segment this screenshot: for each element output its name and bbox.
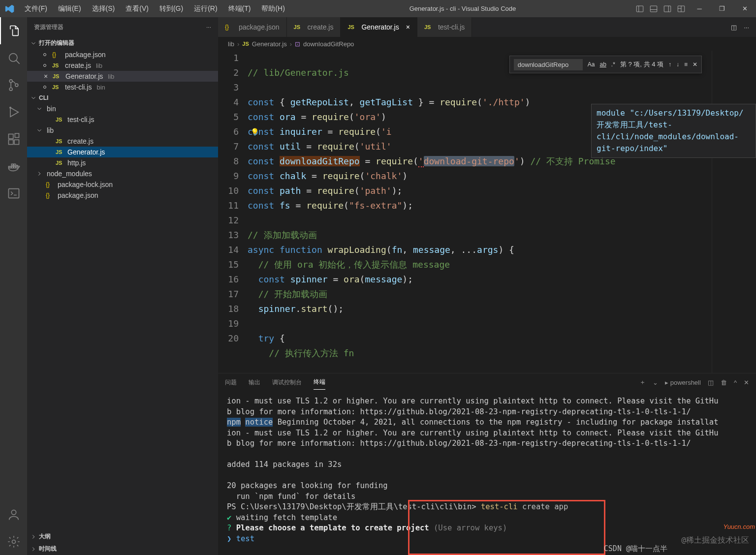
code-content[interactable]: 💡// lib/Generator.js const { getRepoList… <box>248 51 712 373</box>
match-case-icon[interactable]: Aa <box>588 61 595 68</box>
svg-rect-0 <box>636 6 643 12</box>
editor-tabs: {}package.jsonJScreate.jsJSGenerator.js×… <box>218 17 756 37</box>
find-input[interactable] <box>514 59 583 70</box>
tree-item[interactable]: JShttp.js <box>27 157 218 168</box>
close-panel-icon[interactable]: ✕ <box>744 379 749 386</box>
lightbulb-icon[interactable]: 💡 <box>251 124 259 139</box>
editor-tab[interactable]: JScreate.js <box>287 17 341 37</box>
svg-rect-16 <box>8 140 13 144</box>
minimap[interactable] <box>712 51 756 373</box>
sidebar: 资源管理器 ··· 打开的编辑器 {}package.jsonJScreate.… <box>27 17 218 555</box>
open-editor-item[interactable]: {}package.json <box>27 49 218 60</box>
svg-rect-4 <box>664 6 671 12</box>
chevron-down-icon <box>30 40 37 47</box>
tree-item[interactable]: {}package.json <box>27 190 218 201</box>
extensions-tab[interactable] <box>0 125 27 153</box>
editor-tab[interactable]: {}package.json <box>218 17 287 37</box>
whole-word-icon[interactable]: ab <box>599 61 606 68</box>
timeline-header[interactable]: 时间线 <box>27 543 218 555</box>
svg-point-9 <box>9 53 17 61</box>
panel-tab-problems[interactable]: 问题 <box>225 375 237 390</box>
menu-selection[interactable]: 选择(S) <box>87 1 120 16</box>
tree-item[interactable]: JScreate.js <box>27 136 218 147</box>
terminal-output[interactable]: ion - must use TLS 1.2 or higher. You ar… <box>218 391 756 555</box>
regex-icon[interactable]: .* <box>611 61 615 68</box>
docker-tab[interactable] <box>0 153 27 180</box>
menu-edit[interactable]: 编辑(E) <box>53 1 86 16</box>
menu-help[interactable]: 帮助(H) <box>256 1 289 16</box>
close-button[interactable]: ✕ <box>733 0 756 17</box>
svg-rect-19 <box>8 188 19 198</box>
kill-terminal-icon[interactable]: 🗑 <box>721 379 727 386</box>
more-icon[interactable]: ··· <box>744 24 749 31</box>
terminal-dropdown-icon[interactable]: ⌄ <box>653 379 658 386</box>
editor-tab[interactable]: JSGenerator.js× <box>341 17 417 37</box>
source-control-tab[interactable] <box>0 71 27 98</box>
search-tab[interactable] <box>0 44 27 71</box>
tree-item[interactable]: lib <box>27 125 218 136</box>
menu-go[interactable]: 转到(G) <box>155 1 188 16</box>
bottom-panel: 问题 输出 调试控制台 终端 ＋⌄ ▸ powershell ◫ 🗑 ^ ✕ i… <box>218 373 756 555</box>
chevron-right-icon <box>30 546 37 553</box>
tree-item[interactable]: JSGenerator.js <box>27 147 218 157</box>
layout-left-icon[interactable] <box>635 4 644 13</box>
close-icon[interactable]: × <box>42 72 50 80</box>
menu-terminal[interactable]: 终端(T) <box>223 1 256 16</box>
code-editor[interactable]: 1234567891011121314151617181920 💡// lib/… <box>218 51 756 373</box>
accounts-tab[interactable] <box>0 501 27 528</box>
panel-tab-output[interactable]: 输出 <box>249 375 260 390</box>
yuu-watermark: Yuucn.com <box>723 523 755 530</box>
layout-bottom-icon[interactable] <box>649 4 658 13</box>
breadcrumb[interactable]: lib› JSGenerator.js› ⊡downloadGitRepo <box>218 37 756 51</box>
next-match-icon[interactable]: ↓ <box>676 61 679 68</box>
tree-item[interactable]: node_modules <box>27 168 218 179</box>
panel-tab-debug[interactable]: 调试控制台 <box>272 375 302 390</box>
svg-point-12 <box>9 88 12 91</box>
panel-tab-terminal[interactable]: 终端 <box>314 375 325 390</box>
svg-rect-2 <box>650 6 657 12</box>
close-tab-icon[interactable]: × <box>406 23 410 31</box>
minimize-button[interactable]: ─ <box>688 0 711 17</box>
more-icon[interactable]: ··· <box>206 24 211 31</box>
layout-right-icon[interactable] <box>663 4 672 13</box>
split-icon[interactable]: ◫ <box>731 24 737 31</box>
maximize-panel-icon[interactable]: ^ <box>734 379 737 386</box>
svg-point-21 <box>12 540 15 543</box>
menu-view[interactable]: 查看(V) <box>121 1 154 16</box>
settings-tab[interactable] <box>0 528 27 555</box>
maximize-button[interactable]: ❐ <box>711 0 733 17</box>
editor-area: {}package.jsonJScreate.jsJSGenerator.js×… <box>218 17 756 555</box>
editor-tab[interactable]: JStest-cli.js <box>417 17 472 37</box>
find-in-selection-icon[interactable]: ≡ <box>684 61 688 68</box>
split-terminal-icon[interactable]: ◫ <box>708 379 714 386</box>
window-title: Generator.js - cli - Visual Studio Code <box>290 5 635 12</box>
vscode-logo-icon <box>5 4 15 14</box>
open-editors-header[interactable]: 打开的编辑器 <box>27 37 218 49</box>
new-terminal-icon[interactable]: ＋ <box>639 378 646 387</box>
close-find-icon[interactable]: ✕ <box>693 61 697 68</box>
open-editor-item[interactable]: JStest-cli.jsbin <box>27 82 218 92</box>
menu-file[interactable]: 文件(F) <box>20 1 52 16</box>
find-widget[interactable]: Aa ab .* 第 ? 项, 共 4 项 ↑ ↓ ≡ ✕ <box>509 56 702 73</box>
menu-run[interactable]: 运行(R) <box>189 1 222 16</box>
tree-item[interactable]: bin <box>27 103 218 114</box>
terminal-shell-label[interactable]: ▸ powershell <box>665 379 701 386</box>
open-editor-item[interactable]: ×JSGenerator.jslib <box>27 71 218 82</box>
line-gutter: 1234567891011121314151617181920 <box>218 51 248 373</box>
svg-line-10 <box>16 60 19 63</box>
prev-match-icon[interactable]: ↑ <box>668 61 671 68</box>
explorer-tab[interactable] <box>0 17 27 44</box>
project-header[interactable]: CLI <box>27 92 218 103</box>
outline-header[interactable]: 大纲 <box>27 530 218 543</box>
tree-item[interactable]: JStest-cli.js <box>27 114 218 125</box>
open-editor-item[interactable]: JScreate.jslib <box>27 60 218 71</box>
run-debug-tab[interactable] <box>0 98 27 125</box>
watermark2: CSDN @喵十一点半 <box>604 544 667 555</box>
svg-rect-17 <box>14 140 19 144</box>
svg-rect-15 <box>8 134 13 138</box>
terminal-tab[interactable] <box>0 180 27 207</box>
hover-tooltip: module "c:/Users/13179/Desktop/开发常用工具/te… <box>591 104 756 158</box>
tree-item[interactable]: {}package-lock.json <box>27 179 218 190</box>
find-result: 第 ? 项, 共 4 项 <box>620 60 663 69</box>
layout-custom-icon[interactable] <box>677 4 686 13</box>
